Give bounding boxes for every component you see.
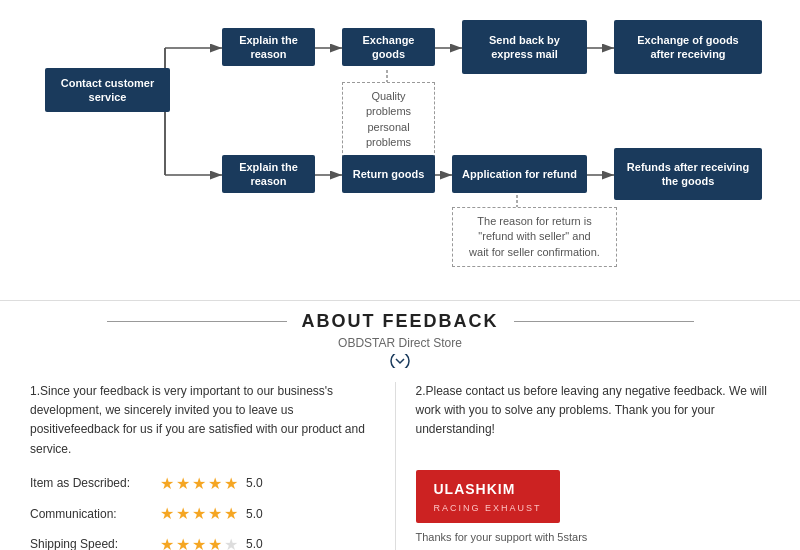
application-refund-box: Application for refund <box>452 155 587 193</box>
logo-main: ULASHKIM <box>434 478 542 500</box>
star-1: ★ <box>160 532 174 550</box>
rating-label-item: Item as Described: <box>30 474 160 493</box>
feedback-right: 2.Please contact us before leaving any n… <box>416 382 771 550</box>
rating-row-comm: Communication: ★ ★ ★ ★ ★ 5.0 <box>30 501 385 527</box>
svg-point-14 <box>391 354 409 368</box>
feedback-title-row: ABOUT FEEDBACK <box>30 311 770 332</box>
title-line-right <box>514 321 694 322</box>
title-line-left <box>107 321 287 322</box>
star-4: ★ <box>208 532 222 550</box>
star-5: ★ <box>224 501 238 527</box>
exchange-after-box: Exchange of goods after receiving <box>614 20 762 74</box>
return-goods-box: Return goods <box>342 155 435 193</box>
explain1-box: Explain the reason <box>222 28 315 66</box>
feedback-chevron <box>30 354 770 372</box>
star-5: ★ <box>224 532 238 550</box>
feedback-left: 1.Since your feedback is very important … <box>30 382 396 550</box>
feedback-left-text: 1.Since your feedback is very important … <box>30 382 385 459</box>
star-3: ★ <box>192 471 206 497</box>
stars-ship: ★ ★ ★ ★ ★ <box>160 532 238 550</box>
rating-label-ship: Shipping Speed: <box>30 535 160 550</box>
explain2-box: Explain the reason <box>222 155 315 193</box>
exchange-goods-box: Exchange goods <box>342 28 435 66</box>
star-4: ★ <box>208 471 222 497</box>
star-2: ★ <box>176 532 190 550</box>
feedback-content: 1.Since your feedback is very important … <box>30 382 770 550</box>
stars-comm: ★ ★ ★ ★ ★ <box>160 501 238 527</box>
rating-row-ship: Shipping Speed: ★ ★ ★ ★ ★ 5.0 <box>30 532 385 550</box>
quality-note: Quality problems personal problems <box>342 82 435 158</box>
ratings-table: Item as Described: ★ ★ ★ ★ ★ 5.0 Communi… <box>30 471 385 550</box>
star-3: ★ <box>192 501 206 527</box>
flow-container: Contact customer service Explain the rea… <box>20 10 780 280</box>
refund-note: The reason for return is "refund with se… <box>452 207 617 267</box>
rating-row-item: Item as Described: ★ ★ ★ ★ ★ 5.0 <box>30 471 385 497</box>
send-back-box: Send back by express mail <box>462 20 587 74</box>
star-4: ★ <box>208 501 222 527</box>
feedback-section: ABOUT FEEDBACK OBDSTAR Direct Store 1.Si… <box>0 300 800 550</box>
feedback-subtitle: OBDSTAR Direct Store <box>30 336 770 350</box>
contact-box: Contact customer service <box>45 68 170 112</box>
feedback-right-text: 2.Please contact us before leaving any n… <box>416 382 771 440</box>
feedback-title: ABOUT FEEDBACK <box>287 311 514 332</box>
rating-score-comm: 5.0 <box>246 505 263 524</box>
star-2: ★ <box>176 471 190 497</box>
refunds-after-box: Refunds after receiving the goods <box>614 148 762 200</box>
star-3: ★ <box>192 532 206 550</box>
stars-item: ★ ★ ★ ★ ★ <box>160 471 238 497</box>
flowchart-section: Contact customer service Explain the rea… <box>0 0 800 300</box>
star-2: ★ <box>176 501 190 527</box>
rating-score-item: 5.0 <box>246 474 263 493</box>
rating-score-ship: 5.0 <box>246 535 263 550</box>
brand-logo: ULASHKIM RACING EXHAUST <box>416 470 560 524</box>
star-5: ★ <box>224 471 238 497</box>
rating-label-comm: Communication: <box>30 505 160 524</box>
star-1: ★ <box>160 471 174 497</box>
star-1: ★ <box>160 501 174 527</box>
thanks-text: Thanks for your support with 5stars <box>416 529 771 547</box>
logo-sub: RACING EXHAUST <box>434 501 542 515</box>
